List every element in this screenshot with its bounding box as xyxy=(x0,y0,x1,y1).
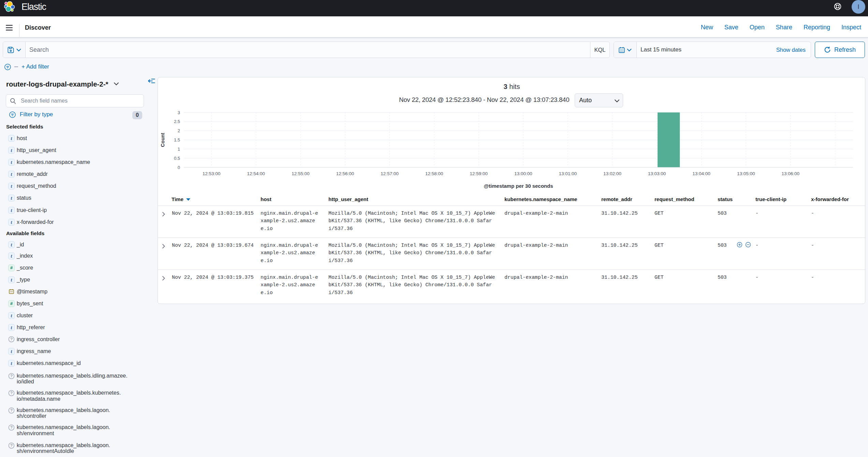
svg-text:13:04:00: 13:04:00 xyxy=(692,171,710,176)
svg-text:13:03:00: 13:03:00 xyxy=(648,171,666,176)
svg-text:12:56:00: 12:56:00 xyxy=(336,171,354,176)
svg-text:?: ? xyxy=(10,425,12,429)
svg-text:?: ? xyxy=(10,391,12,395)
svg-text:2.5: 2.5 xyxy=(174,119,180,124)
svg-text:0: 0 xyxy=(178,165,180,170)
svg-text:1.5: 1.5 xyxy=(174,137,180,142)
svg-text:12:57:00: 12:57:00 xyxy=(381,171,399,176)
svg-text:?: ? xyxy=(10,443,12,447)
svg-text:3: 3 xyxy=(178,110,180,115)
svg-text:12:54:00: 12:54:00 xyxy=(247,171,265,176)
svg-text:13:05:00: 13:05:00 xyxy=(737,171,755,176)
svg-text:13:02:00: 13:02:00 xyxy=(603,171,621,176)
svg-text:?: ? xyxy=(10,337,12,341)
svg-text:13:01:00: 13:01:00 xyxy=(559,171,577,176)
svg-text:Count: Count xyxy=(160,133,165,147)
svg-text:13:00:00: 13:00:00 xyxy=(514,171,532,176)
svg-text:12:55:00: 12:55:00 xyxy=(292,171,310,176)
svg-text:12:59:00: 12:59:00 xyxy=(470,171,488,176)
svg-text:?: ? xyxy=(10,408,12,412)
svg-text:12:58:00: 12:58:00 xyxy=(425,171,443,176)
svg-text:0.5: 0.5 xyxy=(174,156,180,161)
svg-text:12:53:00: 12:53:00 xyxy=(203,171,221,176)
svg-text:1: 1 xyxy=(178,147,180,152)
svg-text:?: ? xyxy=(10,374,12,378)
svg-text:13:06:00: 13:06:00 xyxy=(782,171,800,176)
svg-text:2: 2 xyxy=(178,128,180,133)
